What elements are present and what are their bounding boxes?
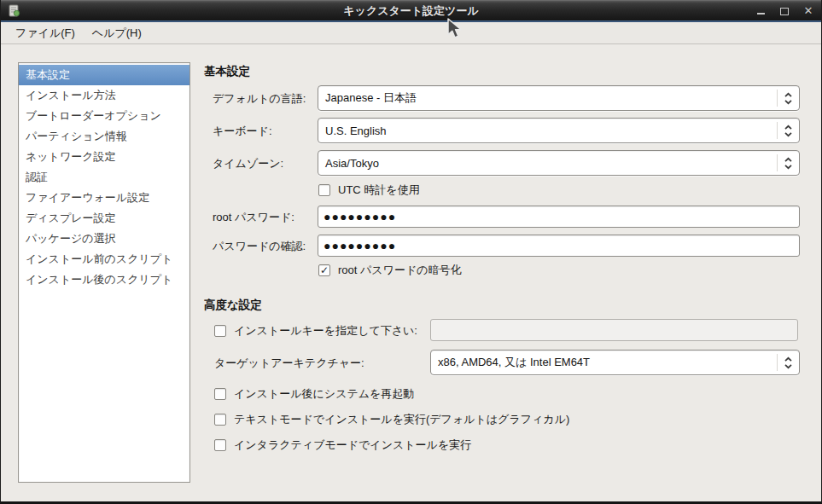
menu-help[interactable]: ヘルプ(H) [85,23,149,43]
target-arch-value: x86, AMD64, 又は Intel EM64T [431,355,777,370]
maximize-icon [780,8,789,15]
interactive-mode-checkbox-row[interactable]: インタラクティブモードでインストールを実行 [214,437,471,453]
sidebar-item-authentication[interactable]: 認証 [19,167,189,188]
app-window: キックスタート設定ツール ✕ ファイル(F) ヘルプ(H) 基本設定 インストー… [0,0,822,504]
keyboard-value: U.S. English [318,125,777,137]
sidebar-item-bootloader-options[interactable]: ブートローダーオプション [19,106,189,126]
minimize-button[interactable] [755,5,767,17]
combo-arrows-icon [777,122,799,139]
encrypt-password-label: root パスワードの暗号化 [338,263,462,278]
install-key-checkbox[interactable] [214,325,226,337]
checkmark-icon: ✓ [320,265,329,275]
titlebar[interactable]: キックスタート設定ツール ✕ [1,0,821,20]
menu-file[interactable]: ファイル(F) [9,23,82,43]
target-arch-label: ターゲットアーキテクチャー: [214,356,364,371]
minimize-icon [757,13,765,14]
text-mode-label: テキストモードでインストールを実行(デフォルトはグラフィカル) [234,412,569,427]
sidebar-item-package-selection[interactable]: パッケージの選択 [19,229,189,249]
interactive-mode-checkbox[interactable] [214,439,226,451]
confirm-password-input[interactable] [318,235,800,257]
keyboard-label: キーボード: [213,124,272,139]
reboot-checkbox[interactable] [214,388,226,400]
install-key-input[interactable] [430,319,798,341]
window-title: キックスタート設定ツール [1,1,821,21]
sidebar-item-network-config[interactable]: ネットワーク設定 [19,147,189,167]
menubar: ファイル(F) ヘルプ(H) [1,22,821,44]
sidebar-nav: 基本設定 インストール方法 ブートローダーオプション パーティション情報 ネット… [18,62,190,483]
default-language-label: デフォルトの言語: [213,91,306,107]
timezone-value: Asia/Tokyo [318,157,777,170]
install-key-checkbox-row[interactable]: インストールキーを指定して下さい: [214,323,417,339]
sidebar-item-partition-info[interactable]: パーティション情報 [19,126,189,147]
encrypt-password-checkbox-row[interactable]: ✓ root パスワードの暗号化 [318,263,462,278]
sidebar-item-post-install-script[interactable]: インストール後のスクリプト [19,269,189,290]
utc-clock-label: UTC 時計を使用 [338,182,420,198]
utc-clock-checkbox[interactable] [318,184,330,196]
root-password-input[interactable] [318,206,800,228]
window-controls: ✕ [755,1,814,21]
sidebar-item-display-config[interactable]: ディスプレー設定 [19,208,189,229]
install-key-label: インストールキーを指定して下さい: [234,323,417,339]
sidebar-item-firewall-config[interactable]: ファイアーウォール設定 [19,188,189,208]
root-password-label: root パスワード: [213,210,294,225]
utc-clock-checkbox-row[interactable]: UTC 時計を使用 [318,182,420,198]
target-arch-select[interactable]: x86, AMD64, 又は Intel EM64T [430,350,800,375]
interactive-mode-label: インタラクティブモードでインストールを実行 [234,437,471,453]
reboot-label: インストール後にシステムを再起動 [234,386,414,402]
maximize-button[interactable] [778,5,790,17]
combo-arrows-icon [777,354,799,371]
sidebar-item-basic[interactable]: 基本設定 [19,65,189,85]
advanced-settings-heading: 高度な設定 [204,298,262,313]
content-area: 基本設定 インストール方法 ブートローダーオプション パーティション情報 ネット… [1,45,821,501]
basic-settings-heading: 基本設定 [204,64,250,79]
combo-arrows-icon [777,154,799,171]
reboot-checkbox-row[interactable]: インストール後にシステムを再起動 [214,386,414,402]
close-icon: ✕ [804,5,813,17]
text-mode-checkbox[interactable] [214,414,226,426]
timezone-label: タイムゾーン: [213,156,283,171]
sidebar-item-pre-install-script[interactable]: インストール前のスクリプト [19,249,189,269]
timezone-select[interactable]: Asia/Tokyo [318,150,800,176]
confirm-password-label: パスワードの確認: [213,239,306,254]
combo-arrows-icon [777,90,799,107]
keyboard-select[interactable]: U.S. English [318,118,800,143]
default-language-value: Japanese - 日本語 [318,90,777,106]
close-button[interactable]: ✕ [802,5,814,17]
text-mode-checkbox-row[interactable]: テキストモードでインストールを実行(デフォルトはグラフィカル) [214,412,569,427]
sidebar-item-install-method[interactable]: インストール方法 [19,85,189,106]
encrypt-password-checkbox[interactable]: ✓ [318,264,330,276]
default-language-select[interactable]: Japanese - 日本語 [318,85,800,111]
